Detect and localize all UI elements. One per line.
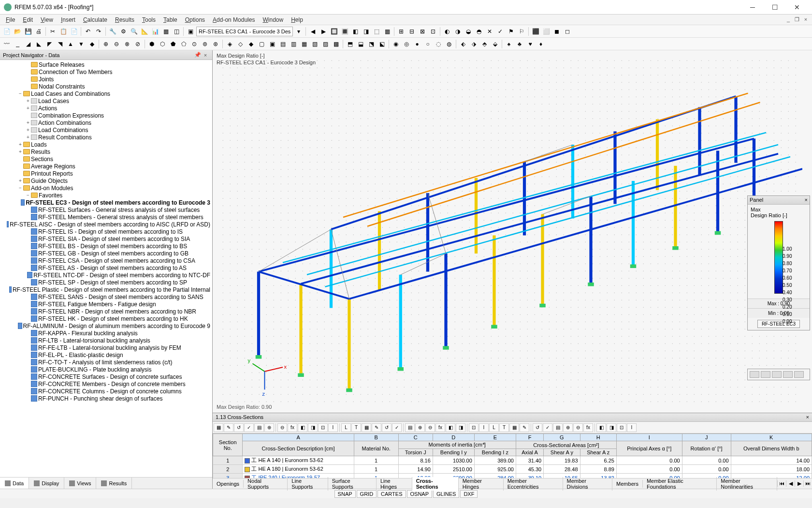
bottom-tab-cross-sections[interactable]: Cross-Sections (412, 477, 459, 491)
tool-icon[interactable]: ⊙ (189, 39, 199, 49)
tool-icon[interactable]: ◼ (552, 27, 562, 36)
tree-node[interactable]: RF-STEEL IS - Design of steel members ac… (0, 228, 212, 235)
tool-icon[interactable]: ◌ (434, 39, 443, 49)
tool-icon[interactable]: ▣ (267, 39, 277, 49)
view-icon[interactable]: ◧ (350, 27, 360, 36)
menu-tools[interactable]: Tools (138, 15, 160, 24)
navigator-tab-display[interactable]: Display (29, 478, 64, 489)
navigator-tree[interactable]: Surface ReleasesConnection of Two Member… (0, 60, 212, 477)
table-tool-icon[interactable]: ◧ (596, 423, 606, 432)
bottom-tab-members[interactable]: Members (612, 480, 643, 488)
table-tool-icon[interactable]: L (489, 423, 499, 432)
tool-icon[interactable]: ● (412, 39, 422, 49)
table-tool-icon[interactable]: T (499, 423, 509, 432)
menu-help[interactable]: Help (287, 15, 307, 24)
table-tool-icon[interactable]: ↺ (533, 423, 542, 432)
tool-icon[interactable]: ▲ (66, 39, 75, 49)
navigator-tab-results[interactable]: Results (96, 478, 132, 489)
table-tool-icon[interactable]: ▤ (405, 423, 415, 432)
tool-icon[interactable]: ◻ (563, 27, 572, 36)
tool-icon[interactable]: ▥ (289, 39, 298, 49)
table-tool-icon[interactable]: I (479, 423, 489, 432)
table-tool-icon[interactable]: ◨ (308, 423, 318, 432)
tool-icon[interactable]: ⊘ (133, 39, 143, 49)
tool-icon[interactable]: ⬓ (356, 39, 365, 49)
table-tool-icon[interactable]: I (328, 423, 338, 432)
tool-icon[interactable]: ▩ (331, 39, 341, 49)
view-icon[interactable]: ▦ (382, 27, 392, 36)
status-glines[interactable]: GLINES (433, 490, 459, 498)
tool-icon[interactable]: ⊡ (428, 27, 438, 36)
table-tool-icon[interactable]: fx (288, 423, 297, 432)
cut-icon[interactable]: ✂ (48, 27, 58, 36)
tool-icon[interactable]: ▼ (76, 39, 86, 49)
table-tool-icon[interactable]: fx (583, 423, 593, 432)
tree-node[interactable]: RF-EL-PL - Elastic-plastic design (0, 351, 212, 359)
bottom-tab-openings[interactable]: Openings (213, 480, 244, 488)
tool-icon[interactable]: ⬙ (490, 39, 500, 49)
tool-icon[interactable]: ◎ (402, 39, 411, 49)
navigator-tab-views[interactable]: Views (64, 478, 96, 489)
table-tool-icon[interactable]: ◧ (298, 423, 307, 432)
table-grid[interactable]: SectionNo.ABCDEFGHIJKCross-Section Descr… (213, 433, 812, 478)
tool-icon[interactable]: ▦ (161, 27, 171, 36)
tree-node[interactable]: RF-STEEL EC3 - Design of steel members a… (0, 199, 212, 206)
tool-icon[interactable]: ◑ (453, 27, 463, 36)
tool-icon[interactable]: ✕ (485, 27, 494, 36)
table-tool-icon[interactable]: ✎ (372, 423, 381, 432)
module-icon[interactable]: ▣ (186, 27, 195, 36)
tool-icon[interactable]: ⎯ (13, 39, 22, 49)
tool-icon[interactable]: ▧ (310, 39, 319, 49)
maximize-button[interactable]: ☐ (764, 0, 786, 15)
nav-next-icon[interactable]: ▶ (319, 27, 328, 36)
tool-icon[interactable]: ⬠ (179, 39, 188, 49)
menu-file[interactable]: File (2, 15, 19, 24)
menu-table[interactable]: Table (160, 15, 181, 24)
table-tool-icon[interactable]: ▤ (553, 423, 563, 432)
tree-node[interactable]: +Result Combinations (0, 134, 212, 141)
table-tool-icon[interactable]: ▦ (362, 423, 371, 432)
tree-node[interactable]: Nodal Constraints (0, 83, 212, 90)
bottom-tab-surface-supports[interactable]: Surface Supports (328, 477, 377, 491)
table-row[interactable]: 1 工 HE A 140 | Euronorm 53-6218.161030.0… (213, 456, 812, 465)
tool-icon[interactable]: ▤ (278, 39, 288, 49)
tree-node[interactable]: −Favorites (0, 192, 212, 199)
minimize-button[interactable]: ─ (741, 0, 764, 15)
tree-node[interactable]: RF-LTB - Lateral-torsional buckling anal… (0, 337, 212, 344)
tool-icon[interactable]: 📐 (140, 27, 149, 36)
menu-insert[interactable]: Insert (57, 15, 79, 24)
menu-edit[interactable]: Edit (19, 15, 37, 24)
table-tool-icon[interactable]: ⊕ (563, 423, 573, 432)
bottom-tab-member-divisions[interactable]: Member Divisions (563, 477, 613, 491)
module-dropdown[interactable] (196, 27, 293, 36)
tree-node[interactable]: RF-STEEL SANS - Design of steel members … (0, 293, 212, 300)
tool-icon[interactable]: ◫ (172, 27, 181, 36)
tool-icon[interactable]: 📊 (150, 27, 160, 36)
menu-view[interactable]: View (37, 15, 57, 24)
display-icon[interactable] (783, 371, 793, 378)
table-close-icon[interactable]: × (806, 414, 809, 420)
table-tool-icon[interactable]: ⊡ (318, 423, 328, 432)
tool-icon[interactable]: ♥ (525, 39, 535, 49)
mdi-close-icon[interactable]: × (801, 16, 810, 23)
tree-node[interactable]: Joints (0, 75, 212, 83)
display-icon[interactable] (772, 371, 782, 378)
tool-icon[interactable]: ⊞ (396, 27, 406, 36)
copy-icon[interactable]: 📋 (58, 27, 68, 36)
tool-icon[interactable]: ⊚ (200, 39, 210, 49)
paste-icon[interactable]: 📄 (69, 27, 79, 36)
tool-icon[interactable]: ⬢ (147, 39, 157, 49)
tool-icon[interactable]: ▢ (257, 39, 266, 49)
tool-icon[interactable]: ○ (423, 39, 433, 49)
tree-node[interactable]: +Loads (0, 141, 212, 148)
bottom-tab-line-supports[interactable]: Line Supports (288, 477, 328, 491)
tool-icon[interactable]: ⬟ (168, 39, 178, 49)
table-tool-icon[interactable]: ⊕ (264, 423, 274, 432)
tool-icon[interactable]: ▨ (320, 39, 330, 49)
tool-icon[interactable]: ◈ (225, 39, 234, 49)
table-tool-icon[interactable]: T (351, 423, 361, 432)
mdi-minimize-icon[interactable]: _ (784, 16, 793, 23)
tree-node[interactable]: RF-PUNCH - Punching shear design of surf… (0, 395, 212, 402)
tool-icon[interactable]: ◥ (55, 39, 65, 49)
table-tool-icon[interactable]: ◧ (446, 423, 455, 432)
